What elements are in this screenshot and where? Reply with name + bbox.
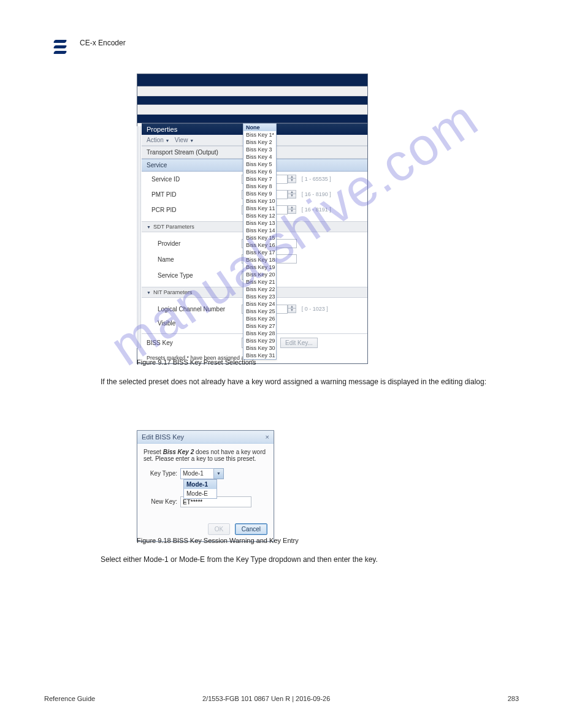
key-type-option[interactable]: Mode-E (184, 489, 216, 498)
new-key-label: New Key: (144, 496, 180, 507)
pcr-pid-spinner[interactable]: ▲▼ (288, 205, 296, 214)
biss-key-option[interactable]: Biss Key 21 (243, 278, 276, 286)
lcn-spinner[interactable]: ▲▼ (288, 305, 296, 314)
body-paragraph-3: Select either Mode-1 or Mode-E from the … (101, 554, 487, 565)
biss-key-option[interactable]: Biss Key 20 (243, 271, 276, 278)
dialog-message: Preset Biss Key 2 does not have a key wo… (144, 449, 267, 462)
biss-key-option[interactable]: Biss Key 19 (243, 264, 276, 271)
biss-key-option[interactable]: Biss Key 28 (243, 330, 276, 337)
biss-key-option[interactable]: Biss Key 11 (243, 205, 276, 212)
edit-biss-dialog: Edit BISS Key × Preset Biss Key 2 does n… (137, 430, 274, 542)
biss-key-option[interactable]: Biss Key 27 (243, 322, 276, 330)
biss-key-option[interactable]: Biss Key 12 (243, 212, 276, 219)
provider-label: Provider (147, 240, 242, 247)
biss-key-option[interactable]: Biss Key 6 (243, 168, 276, 175)
biss-key-option[interactable]: Biss Key 17 (243, 249, 276, 256)
footer-ref: Reference Guide (44, 695, 95, 702)
left-gutter (137, 126, 141, 348)
pmt-pid-spinner[interactable]: ▲▼ (288, 190, 296, 199)
biss-key-option[interactable]: Biss Key 30 (243, 344, 276, 352)
key-type-dropdown-list[interactable]: Mode-1Mode-E (183, 479, 217, 499)
biss-key-option[interactable]: Biss Key 18 (243, 256, 276, 264)
name-label: Name (147, 256, 242, 263)
service-id-label: Service ID (147, 176, 242, 183)
biss-key-label: BISS Key (147, 339, 242, 346)
biss-key-option[interactable]: Biss Key 9 (243, 190, 276, 197)
pcr-pid-range: [ 16 - 8191 ] (302, 207, 331, 213)
cancel-button[interactable]: Cancel (235, 523, 267, 535)
biss-key-option[interactable]: Biss Key 23 (243, 293, 276, 300)
footer-page: 283 (508, 695, 519, 702)
biss-key-option[interactable]: Biss Key 25 (243, 308, 276, 315)
properties-panel-figure: Properties Action ▼ View ▼ Transport Str… (137, 74, 368, 364)
close-icon[interactable]: × (266, 433, 269, 441)
figure-caption-1: Figure 9.17 BISS Key Preset Selections (137, 358, 256, 366)
biss-key-dropdown-list[interactable]: NoneBiss Key 1*Biss Key 2Biss Key 3Biss … (243, 123, 277, 360)
edit-key-button[interactable]: Edit Key... (280, 338, 318, 348)
biss-key-option[interactable]: Biss Key 29 (243, 337, 276, 344)
biss-key-option[interactable]: Biss Key 8 (243, 183, 276, 190)
key-type-label: Key Type: (144, 468, 180, 479)
key-type-select[interactable]: Mode-1 (180, 468, 214, 479)
biss-key-option[interactable]: Biss Key 7 (243, 175, 276, 183)
view-menu[interactable]: View (175, 137, 188, 143)
document-title: CE-x Encoder (80, 39, 126, 47)
body-paragraph-1: If the selected preset does not already … (101, 376, 487, 387)
service-id-range: [ 1 - 65535 ] (302, 176, 331, 182)
biss-key-option[interactable]: None (243, 124, 276, 131)
biss-key-option[interactable]: Biss Key 16 (243, 241, 276, 249)
pcr-pid-label: PCR PID (147, 207, 242, 213)
pmt-pid-label: PMT PID (147, 191, 242, 198)
biss-key-option[interactable]: Biss Key 14 (243, 227, 276, 234)
biss-key-option[interactable]: Biss Key 22 (243, 286, 276, 293)
biss-key-option[interactable]: Biss Key 2 (243, 138, 276, 146)
biss-key-option[interactable]: Biss Key 3 (243, 146, 276, 153)
figure-caption-2: Figure 9.18 BISS Key Session Warning and… (137, 537, 299, 544)
dialog-title: Edit BISS Key (142, 433, 184, 441)
biss-key-option[interactable]: Biss Key 24 (243, 300, 276, 308)
key-type-dropdown-button[interactable]: ▼ (214, 468, 224, 479)
lcn-range: [ 0 - 1023 ] (302, 306, 328, 312)
pmt-pid-range: [ 16 - 8190 ] (302, 191, 331, 197)
biss-key-option[interactable]: Biss Key 10 (243, 197, 276, 205)
ok-button[interactable]: OK (208, 523, 230, 535)
biss-key-option[interactable]: Biss Key 26 (243, 315, 276, 322)
biss-key-option[interactable]: Biss Key 4 (243, 153, 276, 161)
biss-key-option[interactable]: Biss Key 31 (243, 352, 276, 359)
footer-docid: 2/1553-FGB 101 0867 Uen R | 2016-09-26 (202, 695, 330, 702)
service-type-label: Service Type (147, 272, 242, 279)
visible-label: Visible (147, 320, 242, 327)
action-menu[interactable]: Action (147, 137, 164, 143)
biss-key-option[interactable]: Biss Key 13 (243, 219, 276, 227)
brand-logo (52, 39, 67, 56)
biss-key-option[interactable]: Biss Key 15 (243, 234, 276, 241)
service-id-spinner[interactable]: ▲▼ (288, 175, 296, 184)
lcn-label: Logical Channel Number (147, 306, 242, 313)
key-type-option[interactable]: Mode-1 (184, 480, 216, 489)
biss-key-option[interactable]: Biss Key 5 (243, 161, 276, 168)
biss-key-option[interactable]: Biss Key 1* (243, 131, 276, 138)
